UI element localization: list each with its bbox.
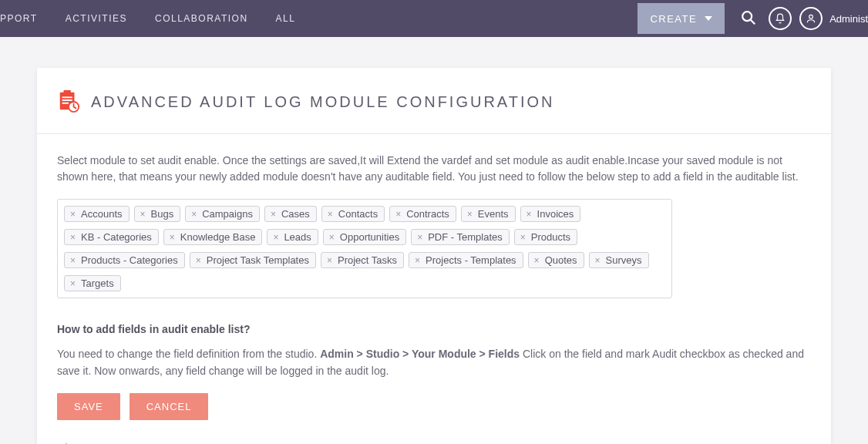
module-tag-label: Bugs	[151, 208, 174, 220]
howto-text: You need to change the field definition …	[57, 346, 811, 379]
module-tag: ×Products - Categories	[64, 252, 185, 268]
main-nav: PPORT ACTIVITIES COLLABORATION ALL	[0, 0, 309, 37]
create-button-label: CREATE	[650, 13, 697, 25]
module-tag-label: Products	[531, 231, 570, 243]
module-tag-label: Opportunities	[340, 231, 399, 243]
remove-tag-icon[interactable]: ×	[465, 209, 475, 220]
module-tag: ×Bugs	[134, 206, 181, 222]
module-tag-label: Surveys	[606, 254, 642, 266]
nav-support[interactable]: PPORT	[0, 0, 52, 37]
module-tag-label: Targets	[81, 278, 114, 289]
module-tag: ×KB - Categories	[64, 229, 159, 245]
remove-tag-icon[interactable]: ×	[268, 209, 278, 220]
card-header: ADVANCED AUDIT LOG MODULE CONFIGURATION	[37, 68, 831, 134]
remove-tag-icon[interactable]: ×	[325, 209, 335, 220]
svg-point-2	[809, 15, 813, 18]
remove-tag-icon[interactable]: ×	[327, 232, 337, 243]
module-tag: ×Leads	[267, 229, 318, 245]
howto-heading: How to add fields in audit enable list?	[57, 323, 811, 335]
module-tag-label: Products - Categories	[81, 254, 178, 266]
remove-tag-icon[interactable]: ×	[167, 232, 177, 243]
module-tag-label: PDF - Templates	[428, 231, 503, 243]
module-tag-label: Projects - Templates	[426, 254, 516, 266]
module-tag: ×Quotes	[528, 252, 584, 268]
module-tag-label: Project Tasks	[338, 254, 397, 266]
module-tag-label: Campaigns	[202, 208, 253, 220]
svg-point-0	[742, 12, 752, 21]
module-tag-label: Cases	[281, 208, 310, 220]
module-tag: ×Products	[514, 229, 577, 245]
remove-tag-icon[interactable]: ×	[189, 209, 199, 220]
save-button[interactable]: SAVE	[57, 393, 120, 420]
button-row: SAVE CANCEL	[57, 393, 811, 420]
module-tag: ×Knowledge Base	[163, 229, 263, 245]
svg-rect-4	[63, 90, 70, 95]
module-tag: ×Events	[461, 206, 516, 222]
description-text: Select module to set audit enable. Once …	[57, 153, 811, 185]
audit-log-icon	[57, 89, 80, 115]
search-icon[interactable]	[740, 9, 757, 29]
remove-tag-icon[interactable]: ×	[412, 255, 422, 266]
module-tag-label: Events	[478, 208, 509, 220]
notifications-icon[interactable]	[769, 7, 792, 30]
howto-path: Admin > Studio > Your Module > Fields	[320, 348, 520, 360]
nav-activities[interactable]: ACTIVITIES	[52, 0, 141, 37]
config-card: ADVANCED AUDIT LOG MODULE CONFIGURATION …	[37, 68, 831, 444]
topbar: PPORT ACTIVITIES COLLABORATION ALL CREAT…	[0, 0, 868, 37]
remove-tag-icon[interactable]: ×	[518, 232, 528, 243]
module-tag: ×Targets	[64, 275, 121, 291]
module-tag-label: Knowledge Base	[180, 231, 256, 243]
remove-tag-icon[interactable]: ×	[524, 209, 534, 220]
remove-tag-icon[interactable]: ×	[393, 209, 403, 220]
modules-select[interactable]: ×Accounts×Bugs×Campaigns×Cases×Contacts×…	[57, 199, 672, 298]
remove-tag-icon[interactable]: ×	[325, 255, 335, 266]
remove-tag-icon[interactable]: ×	[68, 278, 78, 289]
remove-tag-icon[interactable]: ×	[138, 209, 148, 220]
module-tag: ×Surveys	[589, 252, 649, 268]
remove-tag-icon[interactable]: ×	[593, 255, 603, 266]
module-tag-label: Invoices	[537, 208, 574, 220]
module-tag-label: Project Task Templates	[207, 254, 309, 266]
module-tag: ×Projects - Templates	[409, 252, 523, 268]
module-tag-label: Accounts	[81, 208, 122, 220]
nav-collaboration[interactable]: COLLABORATION	[141, 0, 262, 37]
module-tag: ×Opportunities	[323, 229, 406, 245]
user-icon[interactable]	[799, 7, 823, 30]
module-tag: ×Accounts	[64, 206, 130, 222]
module-tag: ×Project Task Templates	[190, 252, 316, 268]
module-tag: ×Invoices	[520, 206, 581, 222]
remove-tag-icon[interactable]: ×	[193, 255, 204, 266]
remove-tag-icon[interactable]: ×	[68, 232, 78, 243]
cancel-button[interactable]: CANCEL	[130, 393, 209, 420]
remove-tag-icon[interactable]: ×	[532, 255, 542, 266]
module-tag: ×Campaigns	[185, 206, 260, 222]
svg-rect-7	[62, 103, 69, 104]
caret-down-icon	[705, 16, 712, 21]
create-button[interactable]: CREATE	[638, 3, 725, 34]
remove-tag-icon[interactable]: ×	[271, 232, 281, 243]
module-tag: ×Project Tasks	[321, 252, 404, 268]
module-tag: ×Cases	[264, 206, 317, 222]
svg-rect-5	[62, 96, 72, 98]
svg-rect-6	[62, 99, 72, 101]
remove-tag-icon[interactable]: ×	[68, 209, 78, 220]
module-tag-label: Quotes	[545, 254, 577, 266]
module-tag: ×Contacts	[321, 206, 385, 222]
topbar-right: CREATE Administ	[638, 0, 868, 37]
card-body: Select module to set audit enable. Once …	[37, 134, 831, 444]
howto-pre: You need to change the field definition …	[57, 348, 320, 360]
remove-tag-icon[interactable]: ×	[68, 255, 78, 266]
module-tag-label: KB - Categories	[81, 231, 152, 243]
module-tag: ×Contracts	[389, 206, 456, 222]
nav-all[interactable]: ALL	[262, 0, 310, 37]
user-label[interactable]: Administ	[829, 13, 868, 25]
svg-line-1	[751, 19, 755, 24]
page-title: ADVANCED AUDIT LOG MODULE CONFIGURATION	[91, 93, 555, 111]
module-tag: ×PDF - Templates	[411, 229, 510, 245]
module-tag-label: Leads	[284, 231, 311, 243]
remove-tag-icon[interactable]: ×	[415, 232, 425, 243]
module-tag-label: Contracts	[406, 208, 449, 220]
module-tag-label: Contacts	[338, 208, 378, 220]
